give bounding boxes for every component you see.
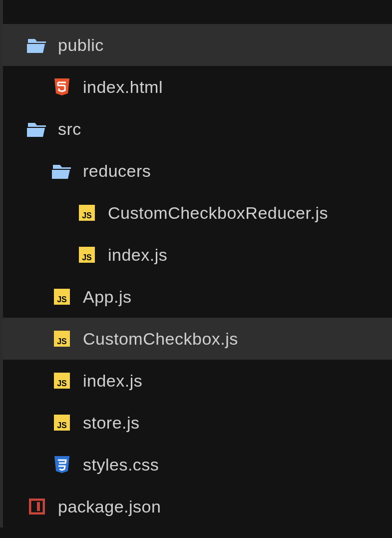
- tree-item-label: CustomCheckboxReducer.js: [108, 203, 328, 223]
- tree-file-custom-checkbox-reducer[interactable]: JS CustomCheckboxReducer.js: [3, 192, 392, 234]
- svg-text:JS: JS: [57, 421, 67, 430]
- js-file-icon: JS: [52, 413, 72, 433]
- tree-item-label: index.html: [83, 77, 163, 97]
- tree-file-package-json[interactable]: package.json: [3, 486, 392, 528]
- file-explorer-tree: public index.html src reducers: [0, 0, 392, 528]
- tree-item-label: styles.css: [83, 455, 159, 475]
- tree-file-custom-checkbox-js[interactable]: JS CustomCheckbox.js: [3, 318, 392, 360]
- svg-rect-13: [37, 502, 40, 511]
- folder-open-icon: [27, 35, 47, 55]
- js-file-icon: JS: [77, 203, 97, 223]
- css-file-icon: [52, 455, 72, 475]
- svg-text:JS: JS: [82, 253, 92, 262]
- html-file-icon: [52, 77, 72, 97]
- tree-file-styles-css[interactable]: styles.css: [3, 444, 392, 486]
- tree-item-label: CustomCheckbox.js: [83, 329, 238, 349]
- svg-text:JS: JS: [57, 295, 67, 304]
- tree-folder-public[interactable]: public: [3, 24, 392, 66]
- tree-item-label: store.js: [83, 413, 140, 433]
- tree-item-label: App.js: [83, 287, 132, 307]
- npm-file-icon: [27, 497, 47, 517]
- folder-open-icon: [52, 161, 72, 181]
- folder-open-icon: [27, 119, 47, 139]
- tree-folder-reducers[interactable]: reducers: [3, 150, 392, 192]
- tree-file-index-html[interactable]: index.html: [3, 66, 392, 108]
- js-file-icon: JS: [52, 329, 72, 349]
- js-file-icon: JS: [52, 287, 72, 307]
- tree-item-label: src: [58, 119, 81, 139]
- tree-item-label: index.js: [108, 245, 167, 265]
- tree-file-reducers-index[interactable]: JS index.js: [3, 234, 392, 276]
- js-file-icon: JS: [52, 371, 72, 391]
- tree-item-label: reducers: [83, 161, 151, 181]
- tree-item-label: package.json: [58, 497, 161, 517]
- tree-item-label: index.js: [83, 371, 142, 391]
- svg-text:JS: JS: [57, 379, 67, 388]
- tree-file-src-index[interactable]: JS index.js: [3, 360, 392, 402]
- tree-item-label: public: [58, 35, 104, 55]
- tree-folder-src[interactable]: src: [3, 108, 392, 150]
- tree-file-app-js[interactable]: JS App.js: [3, 276, 392, 318]
- svg-text:JS: JS: [82, 211, 92, 220]
- js-file-icon: JS: [77, 245, 97, 265]
- tree-file-store-js[interactable]: JS store.js: [3, 402, 392, 444]
- svg-text:JS: JS: [57, 337, 67, 346]
